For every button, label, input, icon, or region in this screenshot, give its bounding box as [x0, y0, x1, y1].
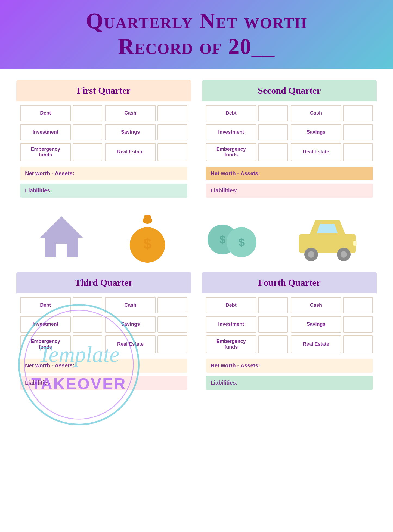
q4-realestate-input[interactable]: [343, 335, 373, 353]
q2-cash-group: Cash: [291, 105, 373, 121]
q1-debt-group: Debt: [20, 105, 102, 121]
q1-savings-label: Savings: [105, 124, 156, 140]
q2-liabilities-box: Liabilities:: [206, 184, 373, 198]
q3-investment-label: Investment: [20, 316, 71, 333]
main-content: First Quarter Debt Cash Investment Savin…: [0, 69, 393, 404]
q3-investment-group: Investment: [20, 316, 102, 333]
money-bag-icon: $: [124, 210, 171, 264]
q2-debt-group: Debt: [206, 105, 288, 121]
q4-header: Fourth Quarter: [202, 272, 377, 293]
q3-savings-label: Savings: [105, 316, 156, 333]
icons-row: $ $ $: [16, 204, 377, 269]
q3-emergency-input[interactable]: [73, 335, 103, 353]
q4-realestate-group: Real Estate: [291, 335, 373, 353]
q4-savings-label: Savings: [291, 316, 342, 333]
q4-fields: Debt Cash Investment Savings Embergency …: [202, 293, 377, 357]
svg-text:$: $: [143, 235, 152, 252]
q2-cash-label: Cash: [291, 105, 342, 121]
q1-cash-label: Cash: [105, 105, 156, 121]
q3-debt-label: Debt: [20, 297, 71, 313]
q1-debt-input[interactable]: [73, 105, 103, 121]
q3-cash-group: Cash: [105, 297, 187, 313]
svg-text:$: $: [239, 236, 245, 248]
q4-realestate-label: Real Estate: [291, 335, 342, 353]
q1-emergency-label: Embergency funds: [20, 143, 71, 161]
q2-header: Second Quarter: [202, 80, 377, 101]
q1-savings-group: Savings: [105, 124, 187, 140]
car-icon: [296, 212, 359, 261]
page-header: Quarterly Net worth Record of 20__: [0, 0, 393, 69]
q3-realestate-input[interactable]: [157, 335, 187, 353]
q3-header: Third Quarter: [16, 272, 191, 293]
q1-investment-input[interactable]: [73, 124, 103, 140]
q2-realestate-input[interactable]: [343, 143, 373, 161]
q2-fields: Debt Cash Investment Savings Embergency …: [202, 101, 377, 165]
q4-cash-input[interactable]: [343, 297, 373, 313]
q2-investment-group: Investment: [206, 124, 288, 140]
q3-debt-group: Debt: [20, 297, 102, 313]
q4-liabilities-box: Liabilities:: [206, 376, 373, 390]
q4-investment-group: Investment: [206, 316, 288, 333]
q2-savings-input[interactable]: [343, 124, 373, 140]
svg-rect-17: [353, 241, 357, 246]
q3-liabilities-box: Liabilities:: [20, 376, 187, 390]
q2-cash-input[interactable]: [343, 105, 373, 121]
q1-fields: Debt Cash Investment Savings Embergency …: [16, 101, 191, 165]
q4-emergency-label: Embergency funds: [206, 335, 257, 353]
q4-emergency-input[interactable]: [258, 335, 288, 353]
q2-debt-input[interactable]: [258, 105, 288, 121]
q4-debt-label: Debt: [206, 297, 257, 313]
q3-networth-box: Net worth - Assets:: [20, 359, 187, 373]
q3-cash-input[interactable]: [157, 297, 187, 313]
q4-emergency-group: Embergency funds: [206, 335, 288, 353]
q1-liabilities-box: Liabilities:: [20, 184, 187, 198]
page-title: Quarterly Net worth Record of 20__: [5, 8, 388, 60]
q1-liabilities-row: Liabilities:: [16, 182, 191, 201]
q4-cash-group: Cash: [291, 297, 373, 313]
q1-investment-group: Investment: [20, 124, 102, 140]
coins-icon: $ $: [206, 212, 261, 261]
q2-realestate-label: Real Estate: [291, 143, 342, 161]
q2-emergency-input[interactable]: [258, 143, 288, 161]
first-quarter-card: First Quarter Debt Cash Investment Savin…: [16, 80, 191, 201]
q2-emergency-group: Embergency funds: [206, 143, 288, 161]
q1-networth-box: Net worth - Assets:: [20, 167, 187, 180]
q3-savings-input[interactable]: [157, 316, 187, 333]
q1-networth-row: Net worth - Assets:: [16, 165, 191, 182]
q2-emergency-label: Embergency funds: [206, 143, 257, 161]
svg-point-16: [341, 251, 347, 258]
q2-debt-label: Debt: [206, 105, 257, 121]
q1-realestate-input[interactable]: [157, 143, 187, 161]
q4-liabilities-row: Liabilities:: [202, 374, 377, 393]
fourth-quarter-card: Fourth Quarter Debt Cash Investment Savi…: [202, 272, 377, 393]
q1-header: First Quarter: [16, 80, 191, 101]
q3-investment-input[interactable]: [73, 316, 103, 333]
q4-debt-input[interactable]: [258, 297, 288, 313]
house-icon: [34, 211, 89, 263]
q4-savings-input[interactable]: [343, 316, 373, 333]
q2-investment-label: Investment: [206, 124, 257, 140]
svg-rect-1: [56, 244, 67, 257]
q3-networth-row: Net worth - Assets:: [16, 357, 191, 374]
q2-networth-row: Net worth - Assets:: [202, 165, 377, 182]
q3-emergency-group: Embergency funds: [20, 335, 102, 353]
q1-cash-group: Cash: [105, 105, 187, 121]
q3-debt-input[interactable]: [73, 297, 103, 313]
q3-emergency-label: Embergency funds: [20, 335, 71, 353]
q1-cash-input[interactable]: [157, 105, 187, 121]
q1-emergency-input[interactable]: [73, 143, 103, 161]
svg-point-14: [308, 251, 314, 258]
q1-realestate-group: Real Estate: [105, 143, 187, 161]
q1-investment-label: Investment: [20, 124, 71, 140]
q3-realestate-label: Real Estate: [105, 335, 156, 353]
q2-investment-input[interactable]: [258, 124, 288, 140]
svg-marker-12: [317, 224, 338, 233]
q4-investment-input[interactable]: [258, 316, 288, 333]
q3-realestate-group: Real Estate: [105, 335, 187, 353]
q1-savings-input[interactable]: [157, 124, 187, 140]
q1-emergency-group: Embergency funds: [20, 143, 102, 161]
q4-savings-group: Savings: [291, 316, 373, 333]
q2-realestate-group: Real Estate: [291, 143, 373, 161]
q3-savings-group: Savings: [105, 316, 187, 333]
q4-debt-group: Debt: [206, 297, 288, 313]
